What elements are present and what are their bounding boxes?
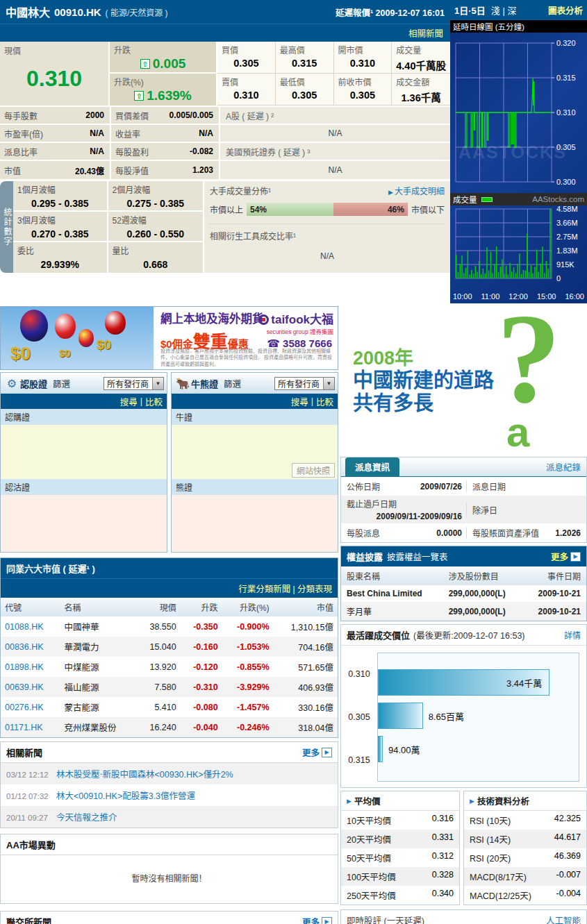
related-news-link[interactable]: 相關新聞	[408, 26, 443, 40]
triangle-right-icon: ▶	[347, 798, 352, 805]
peers-title: 同業六大市值 ( 延遲¹ )	[1, 558, 338, 578]
commentary-title: 即時股評 (一天延遲)	[347, 914, 424, 924]
disclosure-title: 權益披露	[347, 550, 383, 563]
change-label: 升跌	[114, 44, 212, 56]
taifook-ad-banner[interactable]: $0 $0 $0 網上本地及海外期貨 $0佣金雙重優惠 taifook大福 se…	[0, 306, 338, 370]
sub-bar: 相關新聞	[0, 24, 450, 42]
volume-label: 成交量	[453, 194, 477, 205]
more-link[interactable]: 更多▶	[302, 746, 332, 759]
dividend-section: 派息資訊 派息紀錄 公佈日期2009/07/26 派息日期 截止過戶日期2009…	[340, 457, 587, 543]
svg-text:3.66M: 3.66M	[556, 219, 578, 227]
ai-link[interactable]: 人工智能	[546, 914, 581, 924]
news-link[interactable]: 今天信報之推介	[56, 810, 117, 823]
list-item: 50天平均價0.312	[341, 848, 459, 867]
taifook-logo: taifook大福 securities group 證券集團	[258, 310, 333, 335]
list-item: 100天平均價0.328	[341, 867, 459, 886]
stock-code: 00910.HK	[54, 6, 101, 18]
stat-cell: 52週波幅0.260 - 0.550	[108, 212, 204, 241]
last-updated: (最後更新:2009-12-07 16:53)	[413, 628, 525, 641]
above-market-label: 市價以上	[210, 203, 243, 215]
stat-cell: 3個月波幅0.270 - 0.385	[13, 212, 108, 241]
list-item: RSI (14天)44.617	[464, 830, 586, 848]
change-cell: 升跌 0.005	[110, 42, 216, 74]
dividend-history-link[interactable]: 派息紀錄	[540, 457, 586, 476]
intraday-price-chart: 0.3200.3150.3100.3050.300	[450, 33, 587, 191]
volume-legend-swatch	[481, 197, 493, 202]
more-arrow-icon: ▶	[322, 748, 332, 757]
stock-code-link[interactable]: 00639.HK	[5, 682, 44, 692]
chart-shade-toggle[interactable]: 淺 | 深	[491, 3, 517, 17]
road-a-graphic: a	[506, 412, 529, 453]
triangle-right-icon: ▶	[388, 189, 393, 196]
ask-cell: 賣價0.310	[217, 74, 276, 106]
active-prices-title: 最活躍成交價位	[347, 628, 410, 641]
stock-name: 中國林大	[6, 3, 50, 20]
stock-code-link[interactable]: 01088.HK	[5, 622, 44, 632]
list-item: 250天平均價0.340	[341, 886, 459, 905]
exchange-news-section: 聯交所新聞 更多▶ 04/12 12:45中國林大<0910.HK>業績公告 1…	[0, 911, 338, 924]
cbbc-search-link[interactable]: 搜尋	[291, 395, 308, 408]
moving-averages-panel: ▶平均價 10天平均價0.316 20天平均價0.331 50天平均價0.312…	[340, 791, 460, 905]
stat-cell: 量比0.668	[108, 242, 204, 273]
tab-dividend-info[interactable]: 派息資訊	[345, 457, 399, 476]
chevron-down-icon[interactable]: ▼	[152, 378, 163, 389]
snapshot-watermark: 網站快照	[292, 463, 335, 478]
below-market-label: 市價以下	[411, 203, 445, 215]
section-title: 聯交所新聞	[6, 915, 51, 924]
balloon-icon	[20, 310, 48, 342]
volume-strip: 成交量 AAStocks.com	[450, 193, 587, 205]
chart-period-tabs[interactable]: 1日·5日	[454, 3, 486, 17]
stock-code-link[interactable]: 00276.HK	[5, 703, 44, 712]
info-row: 市盈率(倍)N/A收益率N/A	[0, 125, 219, 143]
chevron-down-icon[interactable]: ▼	[323, 378, 334, 389]
bull-row: 牛證	[172, 409, 338, 425]
cbbc-filter-link[interactable]: 篩選	[224, 377, 241, 390]
more-link[interactable]: 更多▶	[302, 915, 332, 924]
warrant-filter-link[interactable]: 篩選	[53, 377, 70, 390]
cbbc-panel: 🐂 牛熊證 篩選 所有發行商▼ 搜尋|比較 牛證 網站快照 熊證	[171, 372, 338, 553]
ad-disclaimer: 投資涉及風險．客戶應視乎本身的投資經驗、投資目標、財政資源及其他相關條件，小心衡…	[160, 348, 335, 367]
svg-text:1.83M: 1.83M	[556, 246, 578, 255]
price-distribution-bar: 市價以上 54% 46% 市價以下	[210, 203, 445, 216]
stock-code-link[interactable]: 01171.HK	[5, 723, 43, 732]
more-arrow-icon: ▶	[322, 917, 332, 924]
delayed-quote-timestamp: 延遲報價¹ 2009-12-07 16:01	[336, 6, 445, 19]
warrants-panel: ⚙ 認股證 篩選 所有發行商▼ 搜尋|比較 認購證 認沽證	[0, 372, 167, 553]
table-row: 李月華299,000,000(L)2009-10-21	[341, 602, 586, 621]
news-link[interactable]: 林木股受壓‧新股中國森林<00930.HK>僅升2%	[56, 767, 233, 780]
sector-performance-link[interactable]: 分類表現	[297, 585, 332, 594]
volume-cell: 成交量4.40千萬股	[392, 42, 450, 74]
put-warrants-area	[1, 495, 167, 552]
bull-icon: 🐂	[174, 377, 191, 390]
dividend-row: 截止過戶日期2009/09/11-2009/09/16 除淨日	[341, 496, 586, 523]
issuer-select[interactable]: 所有發行商▼	[274, 377, 335, 390]
below-market-segment: 46%	[333, 203, 408, 216]
sector-news-link[interactable]: 行業分類新聞	[238, 585, 290, 594]
price-tick: 0.315	[341, 755, 377, 765]
open-cell: 開市價0.310	[334, 42, 392, 74]
detail-link[interactable]: 詳情	[564, 629, 581, 641]
table-row: 00836.HK華潤電力15.040-0.160-1.053%704.16億	[1, 637, 338, 657]
road-question-ad[interactable]: 2008年 中國新建的道路 共有多長 ? a	[340, 306, 587, 454]
balloon-icon	[105, 311, 126, 335]
warrant-search-link[interactable]: 搜尋	[120, 395, 138, 408]
volume-bar: 3.44千萬	[378, 669, 549, 696]
issuer-select[interactable]: 所有發行商▼	[104, 377, 164, 390]
big-lot-title: 大手成交量分佈¹	[210, 185, 271, 196]
stock-code-link[interactable]: 01898.HK	[5, 662, 44, 672]
svg-text:0.320: 0.320	[556, 39, 576, 47]
big-lot-detail-link[interactable]: ▶大手成交明細	[388, 185, 445, 196]
turnover-cell: 成交金額1.36千萬	[392, 74, 450, 106]
chart-analysis-link[interactable]: 圖表分析	[548, 3, 583, 17]
cbbc-compare-link[interactable]: 比較	[316, 395, 333, 408]
call-warrants-row: 認購證	[1, 409, 167, 425]
news-link[interactable]: 林大<00910.HK>配股籌3.3億作營運	[56, 789, 195, 802]
warrant-compare-link[interactable]: 比較	[145, 395, 163, 408]
put-warrants-row: 認沽證	[1, 479, 167, 495]
bid-cell: 買價0.305	[217, 42, 276, 74]
more-link[interactable]: 更多▶	[551, 550, 581, 563]
current-price-label: 現價	[4, 44, 104, 56]
stock-sector: ( 能源/天然資源 )	[106, 6, 168, 18]
stock-code-link[interactable]: 00836.HK	[5, 642, 44, 652]
disclosure-section: 權益披露 披露權益一覽表 更多▶ 股東名稱涉及股份數目事件日期 Best Chi…	[340, 546, 587, 621]
